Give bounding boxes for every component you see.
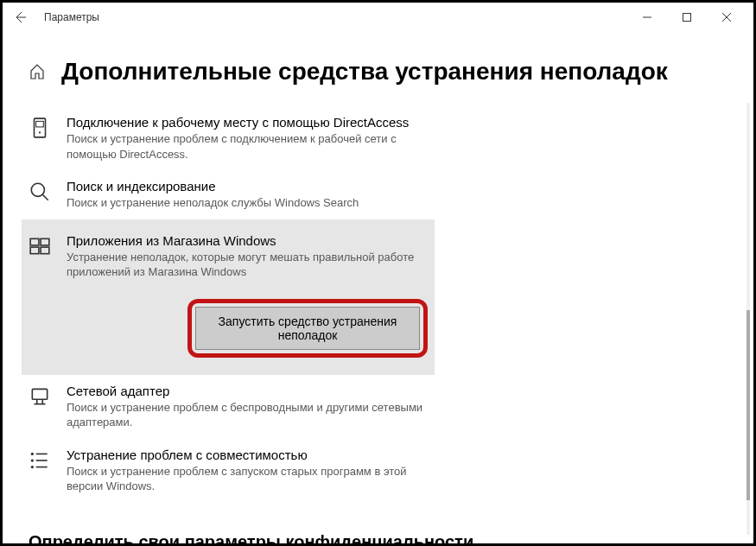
item-text: Подключение к рабочему месту с помощью D…: [67, 115, 435, 162]
svg-point-7: [39, 131, 41, 133]
troubleshooter-directaccess[interactable]: Подключение к рабочему месту с помощью D…: [29, 106, 435, 170]
item-title: Поиск и индексирование: [67, 179, 435, 194]
item-desc: Поиск и устранение неполадок службы Wind…: [67, 195, 435, 211]
minimize-icon: [643, 13, 651, 22]
annotation-highlight: Запустить средство устранения неполадок: [187, 299, 428, 358]
svg-rect-10: [30, 238, 39, 245]
item-text: Устранение проблем с совместимостью Поис…: [67, 448, 435, 494]
home-icon[interactable]: [29, 63, 46, 80]
content-area: Дополнительные средства устранения непол…: [3, 32, 753, 543]
item-text: Приложения из Магазина Windows Устранени…: [67, 233, 428, 358]
svg-rect-6: [36, 121, 44, 127]
svg-point-8: [31, 183, 44, 196]
item-desc: Поиск и устранение проблем с запуском ст…: [67, 464, 435, 494]
back-button[interactable]: [10, 7, 30, 28]
header-row: Дополнительные средства устранения непол…: [29, 58, 727, 86]
close-button[interactable]: [707, 4, 746, 30]
page-title: Дополнительные средства устранения непол…: [61, 58, 668, 86]
scrollbar-track[interactable]: [746, 103, 750, 535]
computer-icon: [29, 117, 51, 139]
window-title: Параметры: [44, 11, 627, 23]
item-text: Поиск и индексирование Поиск и устранени…: [67, 179, 435, 211]
svg-rect-12: [30, 247, 39, 254]
troubleshooter-list: Подключение к рабочему месту с помощью D…: [29, 106, 727, 503]
item-title: Подключение к рабочему месту с помощью D…: [67, 115, 435, 130]
svg-point-18: [31, 453, 34, 455]
titlebar: Параметры: [3, 3, 753, 32]
run-troubleshooter-button[interactable]: Запустить средство устранения неполадок: [195, 307, 420, 350]
troubleshooter-search-indexing[interactable]: Поиск и индексирование Поиск и устранени…: [29, 170, 435, 219]
item-title: Сетевой адаптер: [67, 384, 435, 398]
troubleshooter-store-apps[interactable]: Приложения из Магазина Windows Устранени…: [22, 219, 435, 375]
item-desc: Поиск и устранение проблем с беспроводны…: [67, 400, 435, 430]
run-button-container: Запустить средство устранения неполадок: [187, 299, 428, 358]
close-icon: [722, 13, 731, 22]
troubleshooter-compatibility[interactable]: Устранение проблем с совместимостью Поис…: [29, 439, 435, 503]
search-icon: [29, 181, 51, 203]
item-desc: Поиск и устранение проблем с подключение…: [67, 131, 435, 162]
troubleshooter-network-adapter[interactable]: Сетевой адаптер Поиск и устранение пробл…: [29, 375, 435, 439]
item-desc: Устранение неполадок, которые могут меша…: [67, 250, 428, 280]
svg-rect-13: [41, 247, 49, 254]
apps-grid-icon: [29, 235, 51, 257]
svg-rect-11: [41, 238, 49, 245]
svg-point-22: [31, 466, 34, 468]
item-text: Сетевой адаптер Поиск и устранение пробл…: [67, 384, 435, 430]
maximize-icon: [683, 13, 691, 22]
item-title: Устранение проблем с совместимостью: [67, 448, 435, 462]
window-controls: [627, 4, 746, 30]
scrollbar-thumb[interactable]: [746, 310, 750, 500]
network-adapter-icon: [29, 385, 51, 408]
svg-rect-2: [683, 14, 691, 22]
arrow-left-icon: [13, 10, 27, 24]
privacy-section-heading: Определить свои параметры конфиденциальн…: [29, 532, 727, 543]
minimize-button[interactable]: [627, 4, 667, 30]
svg-rect-14: [32, 389, 47, 399]
maximize-button[interactable]: [667, 4, 707, 30]
settings-window: Параметры Дополнительные средства устран…: [0, 0, 756, 546]
svg-line-9: [42, 194, 48, 200]
svg-point-20: [31, 459, 34, 461]
list-icon: [29, 449, 51, 472]
item-title: Приложения из Магазина Windows: [67, 233, 428, 248]
